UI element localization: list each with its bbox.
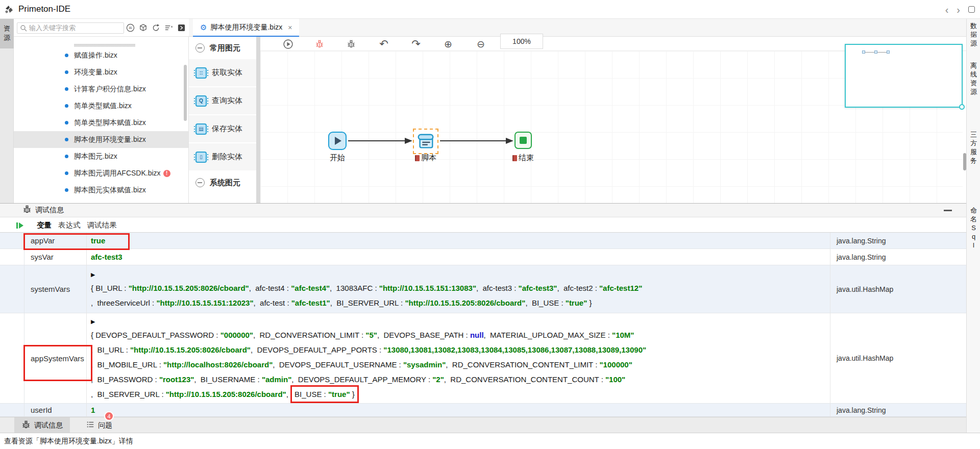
tree-scrollbar[interactable]	[184, 65, 187, 121]
tree-item[interactable]: 赋值操作.bizx	[14, 47, 188, 64]
debug-bug-icon	[22, 205, 32, 216]
canvas-scrollbar[interactable]	[963, 153, 966, 170]
app-logo-icon	[4, 4, 14, 14]
collapse-icon[interactable]	[195, 178, 205, 187]
package-icon[interactable]	[138, 23, 148, 33]
node-script-selection[interactable]	[413, 129, 438, 154]
resume-icon[interactable]	[15, 220, 25, 231]
sort-icon[interactable]	[164, 23, 173, 33]
tree-item-label: 环境变量.bizx	[74, 68, 117, 77]
zoom-out-icon[interactable]: ⊖	[475, 38, 487, 50]
editor-tabstrip: ⚙ 脚本使用环境变量.bizx ×	[189, 19, 966, 37]
right-rail-item[interactable]: 数据源	[967, 21, 980, 47]
tree-item[interactable]: 简单类型赋值.bizx	[14, 97, 188, 114]
tab-close-icon[interactable]: ×	[288, 23, 292, 32]
debug-panel-title: 调试信息	[35, 206, 64, 215]
window-icon[interactable]	[968, 6, 975, 13]
tree-item-label: 脚本图元实体赋值.bizx	[74, 186, 146, 195]
file-bullet-icon	[65, 138, 68, 141]
right-rail: 数据源离线资源三方服务命名Sql	[966, 19, 980, 433]
debug-tab-表达式[interactable]: 表达式	[58, 220, 81, 230]
file-bullet-icon	[65, 171, 68, 175]
tree-item[interactable]: 脚本使用环境变量.bizx	[14, 131, 188, 148]
bottom-tab-调试信息[interactable]: 调试信息	[14, 417, 70, 433]
collapse-icon[interactable]	[195, 43, 205, 53]
search-input[interactable]: 输入关键字搜索	[17, 22, 124, 34]
expand-arrow[interactable]: ▶	[91, 268, 830, 281]
palette-item[interactable]: ▤保存实体	[189, 115, 256, 142]
debug-tab-调试结果[interactable]: 调试结果	[87, 220, 117, 230]
right-rail-label-char: 名	[967, 215, 980, 223]
search-icon	[20, 24, 27, 32]
left-rail-label-char: 资	[0, 24, 14, 33]
debug-var-row[interactable]: appSystemVars▶{ DEVOPS_DEFAULT_PASSWORD …	[0, 313, 966, 404]
file-bullet-icon	[65, 155, 68, 158]
tree-item-clipped	[14, 37, 188, 47]
zoom-in-icon[interactable]: ⊕	[442, 38, 454, 50]
tree-item[interactable]: 脚本图元.bizx	[14, 148, 188, 165]
tree-item[interactable]: 教师新增服务.bizx	[14, 198, 188, 203]
minimap-edge	[877, 52, 887, 53]
tree-item[interactable]: 脚本图元调用AFCSDK.bizx!	[14, 165, 188, 182]
debug-panel: 调试信息 变量表达式调试结果 appVartruejava.lang.Strin…	[0, 203, 966, 433]
tree-item[interactable]: 环境变量.bizx	[14, 64, 188, 81]
minimap-resize-handle[interactable]	[959, 104, 965, 110]
debug-var-row[interactable]: appVartruejava.lang.String	[0, 233, 966, 249]
debug-icon[interactable]	[345, 38, 357, 50]
var-name: systemVars	[24, 265, 87, 313]
right-rail-label-char: q	[967, 232, 980, 241]
node-start[interactable]	[328, 132, 347, 150]
debug-var-row[interactable]: systemVars▶{ BI_URL : "http://10.15.15.2…	[0, 265, 966, 313]
left-rail-tab-resources[interactable]: 资源	[0, 19, 14, 48]
tree-item-label: 脚本图元.bizx	[74, 152, 117, 161]
palette-group-header[interactable]: 常用图元	[189, 37, 256, 59]
palette-item[interactable]: ::获取实体	[189, 59, 256, 86]
file-tree: 赋值操作.bizx环境变量.bizx计算客户积分信息.bizx简单类型赋值.bi…	[14, 37, 188, 203]
play-glyph-icon	[335, 137, 341, 145]
bottom-tab-问题[interactable]: 问题	[79, 417, 119, 433]
right-rail-item[interactable]: 离线资源	[967, 61, 980, 96]
expand-arrow[interactable]: ▶	[91, 315, 830, 328]
tree-item-label: 脚本图元调用AFCSDK.bizx	[74, 169, 161, 178]
debug-run-icon[interactable]	[313, 38, 326, 50]
nav-back-icon[interactable]: ‹	[945, 5, 949, 15]
right-rail-label-char: 服	[967, 147, 980, 156]
file-bullet-icon	[65, 70, 68, 74]
tree-item[interactable]: 计算客户积分信息.bizx	[14, 81, 188, 97]
debug-var-row[interactable]: sysVarafc-test3java.lang.String	[0, 249, 966, 265]
run-icon[interactable]	[282, 38, 294, 50]
debug-panel-header: 调试信息	[0, 204, 966, 217]
resource-explorer: 输入关键字搜索 AI 赋值操作.bizx环境变量.bizx计算客户积分信息.bi…	[14, 19, 189, 203]
locate-file-icon[interactable]	[177, 23, 186, 33]
debug-tab-变量[interactable]: 变量	[37, 220, 52, 230]
redo-icon[interactable]: ↷	[410, 38, 422, 50]
zoom-level-select[interactable]: 100%	[500, 34, 543, 49]
editor-tab-active[interactable]: ⚙ 脚本使用环境变量.bizx ×	[193, 19, 299, 37]
var-type: java.util.HashMap	[830, 265, 966, 313]
debug-var-row[interactable]: userId1java.lang.String	[0, 404, 966, 417]
palette-group-header[interactable]: 系统图元	[189, 171, 256, 194]
palette-item[interactable]: Q查询实体	[189, 87, 256, 114]
refresh-icon[interactable]	[151, 23, 160, 33]
palette-item[interactable]: ▯删除实体	[189, 143, 256, 170]
minimize-icon[interactable]	[944, 210, 952, 211]
undo-icon[interactable]: ↶	[378, 38, 390, 50]
ai-icon[interactable]: AI	[126, 23, 135, 33]
nav-forward-icon[interactable]: ›	[957, 5, 960, 15]
tree-item-label: 脚本使用环境变量.bizx	[74, 135, 146, 144]
right-rail-item[interactable]: 三方服务	[967, 130, 980, 165]
right-rail-item[interactable]: 命名Sql	[967, 206, 980, 250]
canvas-minimap[interactable]	[845, 44, 963, 108]
title-bar: Primeton-IDE ‹ ›	[0, 0, 980, 19]
node-end[interactable]	[514, 132, 532, 149]
list-icon	[86, 420, 94, 430]
var-value: ▶{ BI_URL : "http://10.15.15.205:8026/cb…	[87, 265, 830, 313]
tree-item[interactable]: 脚本图元实体赋值.bizx	[14, 182, 188, 198]
entity-delete-icon: ▯	[195, 152, 207, 163]
var-value: ▶{ DEVOPS_DEFAULT_PASSWORD : "000000", R…	[87, 313, 830, 403]
right-rail-label-char: 线	[967, 70, 980, 79]
tree-item[interactable]: 简单类型脚本赋值.bizx	[14, 114, 188, 131]
breakpoint-marker-icon	[512, 155, 517, 161]
right-rail-label-char: l	[967, 241, 980, 250]
bizx-file-icon: ⚙	[200, 23, 207, 32]
